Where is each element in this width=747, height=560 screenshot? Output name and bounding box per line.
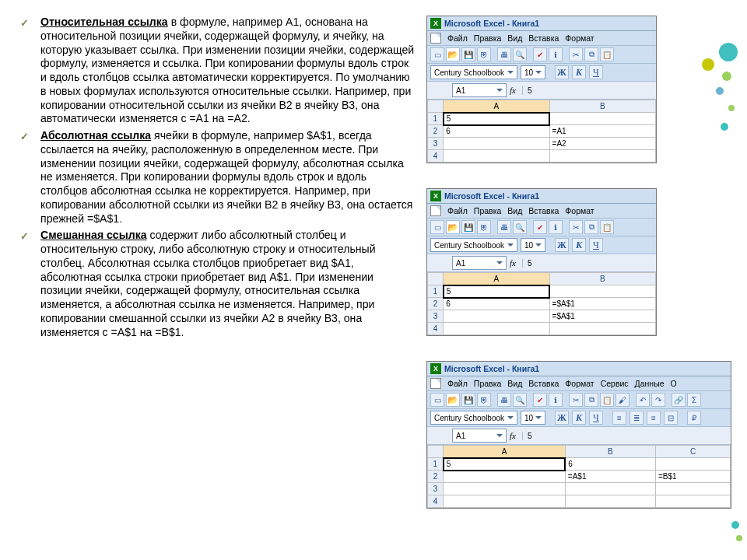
cell-b3[interactable]: =A2 [549,138,655,150]
fx-icon[interactable]: fx [510,258,516,268]
col-header-a[interactable]: A [444,446,566,458]
menu-edit[interactable]: Правка [474,33,501,43]
col-header-b[interactable]: B [565,446,655,458]
cut-icon[interactable]: ✂ [569,47,583,61]
corner-cell[interactable] [428,446,444,458]
cell-b1[interactable] [549,285,655,298]
cell-c1[interactable] [656,458,731,471]
cell-c4[interactable] [656,495,731,508]
menu-format[interactable]: Формат [565,206,594,215]
spell-icon[interactable]: ✔ [533,47,547,61]
cell-b4[interactable] [549,323,655,335]
menu-insert[interactable]: Вставка [528,379,559,388]
menu-data[interactable]: Данные [635,379,665,388]
cell-b2[interactable]: =A$1 [565,471,655,483]
spell-icon[interactable]: ✔ [533,220,547,234]
menu-insert[interactable]: Вставка [528,206,559,215]
cell-a4[interactable] [444,323,549,335]
underline-button[interactable]: Ч [589,65,603,79]
cell-a1[interactable]: 5 [444,113,549,125]
research-icon[interactable]: ℹ [549,47,563,61]
cell-a1[interactable]: 5 [444,285,549,298]
menu-file[interactable]: Файл [447,206,468,215]
row-header-3[interactable]: 3 [428,310,444,323]
font-size-select[interactable]: 10 [521,411,545,425]
italic-button[interactable]: К [572,238,586,252]
menu-format[interactable]: Формат [565,33,594,43]
menu-window[interactable]: О [671,379,677,388]
formula-value[interactable]: 5 [522,432,728,440]
cell-a3[interactable] [444,483,566,495]
name-box[interactable]: A1 [452,256,507,270]
new-icon[interactable]: ▭ [430,393,444,407]
menu-tools[interactable]: Сервис [601,379,629,388]
cell-a2[interactable] [444,471,566,483]
menu-view[interactable]: Вид [507,206,522,215]
col-header-a[interactable]: A [444,273,549,285]
row-header-1[interactable]: 1 [428,458,444,471]
copy-icon[interactable]: ⧉ [584,393,598,407]
align-left-icon[interactable]: ≡ [612,411,626,425]
cell-b1[interactable]: 6 [565,458,655,471]
undo-icon[interactable]: ↶ [636,393,650,407]
paste-icon[interactable]: 📋 [600,220,614,234]
autosum-icon[interactable]: Σ [687,393,701,407]
copy-icon[interactable]: ⧉ [584,220,598,234]
font-name-select[interactable]: Century Schoolbook [430,65,517,79]
research-icon[interactable]: ℹ [549,393,563,407]
row-header-2[interactable]: 2 [428,298,444,310]
cell-b3[interactable]: =$A$1 [549,310,655,323]
copy-icon[interactable]: ⧉ [584,47,598,61]
spell-icon[interactable]: ✔ [533,393,547,407]
cut-icon[interactable]: ✂ [569,220,583,234]
new-icon[interactable]: ▭ [430,220,444,234]
paste-icon[interactable]: 📋 [600,47,614,61]
cell-a2[interactable]: 6 [444,298,549,310]
col-header-b[interactable]: B [549,273,655,285]
hyperlink-icon[interactable]: 🔗 [672,393,686,407]
print-icon[interactable]: 🖶 [497,220,511,234]
cell-b3[interactable] [565,483,655,495]
name-box[interactable]: A1 [452,83,507,97]
paste-icon[interactable]: 📋 [600,393,614,407]
font-size-select[interactable]: 10 [521,238,545,252]
cell-b4[interactable] [549,150,655,163]
col-header-a[interactable]: A [444,100,549,113]
menu-format[interactable]: Формат [565,379,594,388]
fx-icon[interactable]: fx [510,431,516,440]
row-header-1[interactable]: 1 [428,285,444,298]
open-icon[interactable]: 📂 [446,220,460,234]
save-icon[interactable]: 💾 [461,393,475,407]
permissions-icon[interactable]: ⛨ [477,220,491,234]
menu-view[interactable]: Вид [507,33,522,43]
menu-file[interactable]: Файл [447,379,468,388]
open-icon[interactable]: 📂 [446,393,460,407]
corner-cell[interactable] [428,273,444,285]
cell-a3[interactable] [444,310,549,323]
row-header-4[interactable]: 4 [428,323,444,335]
save-icon[interactable]: 💾 [461,220,475,234]
corner-cell[interactable] [428,100,444,113]
new-icon[interactable]: ▭ [430,47,444,61]
cell-b2[interactable]: =$A$1 [549,298,655,310]
cell-a4[interactable] [444,495,566,508]
cell-a4[interactable] [444,150,549,163]
cell-b2[interactable]: =A1 [549,125,655,138]
format-painter-icon[interactable]: 🖌 [615,393,630,407]
menu-file[interactable]: Файл [447,33,468,43]
align-center-icon[interactable]: ≣ [630,411,644,425]
row-header-2[interactable]: 2 [428,471,444,483]
underline-button[interactable]: Ч [589,411,603,425]
underline-button[interactable]: Ч [589,238,603,252]
permissions-icon[interactable]: ⛨ [477,47,491,61]
merge-icon[interactable]: ⊟ [664,411,678,425]
font-name-select[interactable]: Century Schoolbook [430,238,517,252]
save-icon[interactable]: 💾 [461,47,475,61]
col-header-c[interactable]: C [656,446,731,458]
cell-c3[interactable] [656,483,731,495]
row-header-2[interactable]: 2 [428,125,444,138]
font-size-select[interactable]: 10 [521,65,545,79]
redo-icon[interactable]: ↷ [651,393,665,407]
formula-value[interactable]: 5 [522,259,653,268]
research-icon[interactable]: ℹ [549,220,563,234]
